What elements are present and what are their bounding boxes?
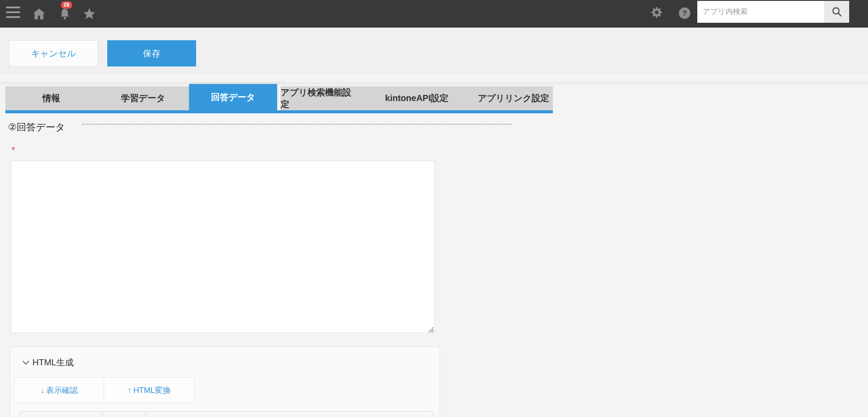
arrow-down-icon: ↓: [41, 386, 45, 395]
tab-kintone-api-settings[interactable]: kintoneAPI設定: [359, 86, 474, 110]
table-column-separator: [102, 412, 102, 417]
chevron-down-icon: [22, 360, 30, 365]
favorites-star-icon[interactable]: [83, 7, 96, 20]
section-title: ②回答データ: [8, 121, 65, 134]
top-navigation-bar: 28 ?: [0, 0, 868, 28]
settings-gear-icon[interactable]: [650, 6, 663, 19]
table-column-separator: [145, 412, 146, 417]
tab-info[interactable]: 情報: [5, 86, 97, 110]
answer-data-textarea[interactable]: [11, 161, 435, 333]
hamburger-menu-icon[interactable]: [6, 6, 20, 20]
active-tab-underline: [5, 110, 553, 113]
band-shadow: [0, 75, 868, 84]
required-marker: *: [11, 144, 15, 156]
search-button[interactable]: [824, 1, 849, 23]
tab-answer-data[interactable]: 回答データ: [189, 84, 277, 110]
cancel-button[interactable]: キャンセル: [9, 40, 98, 67]
html-generation-collapse-header[interactable]: HTML生成: [22, 357, 74, 368]
notification-count-badge: 28: [61, 1, 72, 9]
section-divider-dotted-line: [82, 124, 511, 125]
home-icon[interactable]: [32, 7, 46, 21]
html-generation-title: HTML生成: [32, 357, 74, 368]
table-top-edge: [20, 411, 433, 417]
display-check-button[interactable]: ↓表示確認: [14, 377, 104, 403]
app-settings-screen: 28 ? キャンセル: [0, 0, 868, 417]
arrow-up-icon: ↑: [128, 386, 132, 395]
svg-text:?: ?: [682, 9, 687, 18]
textarea-resize-handle-icon[interactable]: [428, 326, 434, 333]
settings-tabbar: 情報 学習データ 回答データ アプリ検索機能設定 kintoneAPI設定 アプ…: [5, 86, 553, 110]
html-convert-button[interactable]: ↑HTML変換: [104, 377, 194, 403]
search-icon: [831, 6, 843, 18]
in-app-search-box: [697, 1, 824, 23]
tab-app-search-settings[interactable]: アプリ検索機能設定: [281, 86, 359, 110]
tab-app-link-settings[interactable]: アプリリンク設定: [474, 86, 553, 110]
search-input[interactable]: [697, 1, 824, 23]
help-icon[interactable]: ?: [678, 7, 691, 20]
save-button[interactable]: 保存: [107, 40, 196, 67]
tab-learning-data[interactable]: 学習データ: [97, 86, 189, 110]
notifications-bell-icon[interactable]: [59, 8, 71, 20]
